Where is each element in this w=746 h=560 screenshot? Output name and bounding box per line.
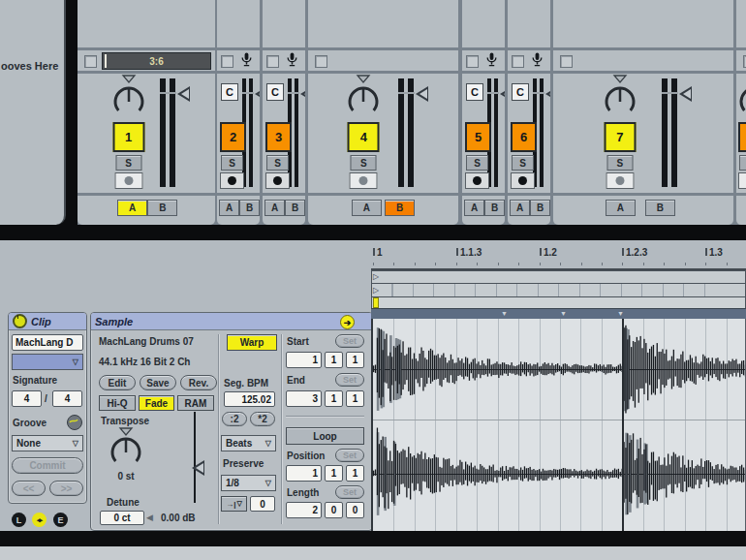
volume-handle-icon[interactable] bbox=[416, 86, 429, 102]
crossfade-a-button[interactable]: A bbox=[352, 200, 382, 216]
arm-button[interactable] bbox=[738, 172, 746, 189]
crossfade-b-button[interactable]: B bbox=[530, 200, 550, 216]
envelope-toggle-e[interactable]: E bbox=[53, 513, 68, 527]
crossfade-a-button[interactable]: A bbox=[219, 200, 239, 216]
solo-button[interactable]: S bbox=[266, 155, 289, 171]
pan-knob[interactable] bbox=[736, 75, 746, 119]
arm-button[interactable] bbox=[606, 172, 634, 189]
scrub-area[interactable] bbox=[371, 297, 746, 308]
double-tempo-button[interactable]: *2 bbox=[250, 412, 275, 426]
ram-button[interactable]: RAM bbox=[177, 395, 214, 411]
clip-slot[interactable] bbox=[217, 0, 260, 50]
track-number[interactable]: 4 bbox=[348, 122, 380, 152]
volume-fader-meter[interactable] bbox=[160, 78, 176, 187]
prev-clip-button[interactable]: << bbox=[12, 481, 46, 496]
end-set-button[interactable]: Set bbox=[335, 373, 364, 387]
groove-wheel-icon[interactable] bbox=[67, 415, 82, 430]
track-number[interactable]: 5 bbox=[465, 122, 491, 152]
clip-slot[interactable] bbox=[736, 0, 746, 50]
crossfade-a-button[interactable]: A bbox=[510, 200, 530, 216]
crossfade-a-button[interactable]: A bbox=[606, 200, 636, 216]
track-number[interactable]: 8 bbox=[738, 122, 746, 152]
warp-marker-icon[interactable]: ▼ bbox=[501, 309, 508, 319]
track-number[interactable]: 6 bbox=[511, 122, 537, 152]
solo-button[interactable]: S bbox=[115, 155, 141, 171]
volume-handle-icon[interactable] bbox=[500, 86, 505, 102]
input-checkbox[interactable] bbox=[315, 55, 327, 68]
arm-button[interactable] bbox=[220, 172, 244, 189]
pan-knob[interactable] bbox=[110, 75, 147, 119]
beat-time-ruler[interactable]: 11.1.31.21.2.31.3 bbox=[371, 244, 746, 270]
warp-marker-icon[interactable]: ▼ bbox=[617, 309, 624, 319]
signature-denominator-field[interactable]: 4 bbox=[52, 390, 82, 407]
follow-toggle[interactable]: ◂▸ bbox=[32, 513, 47, 527]
fade-button[interactable]: Fade bbox=[139, 395, 174, 411]
crossfade-c-button[interactable]: C bbox=[512, 83, 529, 101]
half-tempo-button[interactable]: :2 bbox=[222, 412, 247, 426]
crossfade-a-button[interactable]: A bbox=[464, 200, 484, 216]
track-number[interactable]: 2 bbox=[220, 122, 246, 152]
input-checkbox[interactable] bbox=[84, 55, 97, 68]
track-number[interactable]: 1 bbox=[112, 122, 144, 152]
crossfade-b-button[interactable]: B bbox=[239, 200, 260, 216]
solo-button[interactable]: S bbox=[739, 155, 746, 171]
crossfade-b-button[interactable]: B bbox=[645, 200, 675, 216]
clip-slot[interactable] bbox=[308, 0, 458, 50]
loop-button[interactable]: Loop bbox=[286, 427, 364, 445]
loop-start-lane[interactable]: ▷ bbox=[371, 270, 746, 283]
pan-knob[interactable] bbox=[602, 75, 638, 119]
crossfade-c-button[interactable]: C bbox=[466, 83, 483, 101]
crossfade-b-button[interactable]: B bbox=[285, 200, 305, 216]
crossfade-a-button[interactable]: A bbox=[117, 200, 147, 216]
track-number[interactable]: 3 bbox=[265, 122, 292, 152]
track-number[interactable]: 7 bbox=[604, 122, 636, 152]
clip-name-field[interactable]: MachLang D bbox=[12, 334, 83, 351]
warp-button[interactable]: Warp bbox=[227, 334, 277, 351]
commit-button[interactable]: Commit bbox=[12, 457, 83, 474]
crossfade-a-button[interactable]: A bbox=[264, 200, 285, 216]
start-sixteenths-field[interactable]: 1 bbox=[346, 352, 364, 368]
hot-swap-sample-icon[interactable]: ➔ bbox=[340, 315, 355, 329]
solo-button[interactable]: S bbox=[221, 155, 243, 171]
arm-button[interactable] bbox=[265, 172, 290, 189]
solo-button[interactable]: S bbox=[606, 155, 633, 171]
warp-marker-lane[interactable]: ▷ bbox=[371, 283, 746, 297]
arm-button[interactable] bbox=[350, 172, 378, 189]
groove-select[interactable]: None ▽ bbox=[12, 435, 83, 451]
warp-marker-bar[interactable]: ▼▼▼ bbox=[371, 308, 746, 319]
input-checkbox[interactable] bbox=[512, 55, 524, 68]
start-beats-field[interactable]: 1 bbox=[325, 352, 343, 368]
clip-activator-icon[interactable] bbox=[13, 314, 27, 328]
crossfade-c-button[interactable]: C bbox=[221, 83, 238, 101]
clip-gain-handle[interactable] bbox=[192, 460, 205, 476]
start-bars-field[interactable]: 1 bbox=[286, 352, 322, 368]
seg-bpm-field[interactable]: 125.02 bbox=[224, 391, 275, 407]
solo-button[interactable]: S bbox=[466, 155, 488, 171]
volume-handle-icon[interactable] bbox=[255, 86, 260, 102]
solo-button[interactable]: S bbox=[512, 155, 534, 171]
position-beats-field[interactable]: 1 bbox=[325, 465, 343, 482]
transpose-knob[interactable] bbox=[108, 427, 144, 470]
waveform-display[interactable] bbox=[371, 319, 746, 531]
volume-handle-icon[interactable] bbox=[545, 86, 550, 102]
input-checkbox[interactable] bbox=[466, 55, 479, 68]
volume-handle-icon[interactable] bbox=[679, 86, 693, 102]
clip-slot[interactable] bbox=[553, 0, 733, 50]
clip-slot[interactable] bbox=[78, 0, 215, 50]
warp-marker-icon[interactable]: ▼ bbox=[560, 309, 567, 319]
input-checkbox[interactable] bbox=[560, 55, 573, 68]
crossfade-b-button[interactable]: B bbox=[385, 200, 415, 216]
end-sixteenths-field[interactable]: 1 bbox=[346, 390, 364, 407]
length-sixteenths-field[interactable]: 0 bbox=[346, 502, 364, 518]
transient-envelope-field[interactable]: 0 bbox=[250, 496, 275, 512]
preserve-select[interactable]: 1/8 ▽ bbox=[221, 475, 276, 491]
next-clip-button[interactable]: >> bbox=[49, 481, 83, 496]
position-set-button[interactable]: Set bbox=[335, 449, 364, 462]
arm-button[interactable] bbox=[465, 172, 489, 189]
crossfade-c-button[interactable]: C bbox=[266, 83, 284, 101]
hiq-button[interactable]: Hi-Q bbox=[99, 395, 136, 411]
pan-knob[interactable] bbox=[345, 75, 382, 119]
play-position-marker[interactable] bbox=[373, 297, 379, 308]
detune-field[interactable]: 0 ct bbox=[100, 511, 144, 525]
length-beats-field[interactable]: 0 bbox=[325, 502, 343, 518]
